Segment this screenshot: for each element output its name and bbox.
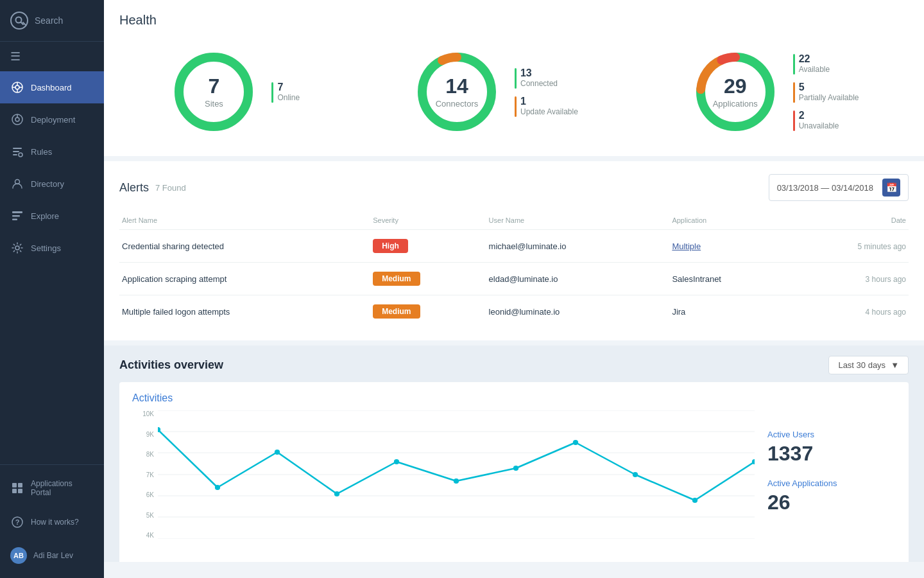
svg-rect-17 <box>12 215 20 217</box>
applications-label: Applications <box>713 99 758 109</box>
user-profile[interactable]: AB Adi Bar Lev <box>0 538 104 573</box>
legend-item: 2 Unavailable <box>793 109 859 131</box>
dashboard-icon <box>10 80 24 94</box>
table-row[interactable]: Application scraping attempt Medium elda… <box>119 263 909 295</box>
sidebar-item-how-it-works[interactable]: ? How it works? <box>0 506 104 538</box>
alerts-title-row: Alerts 7 Found <box>119 181 186 195</box>
y-axis-labels: 10K 9K 8K 7K 6K 5K 4K <box>132 410 158 539</box>
severity-badge[interactable]: High <box>373 239 408 253</box>
user-name-cell: michael@luminate.io <box>486 230 670 263</box>
sidebar-item-label: Applications Portal <box>31 479 94 497</box>
connectors-number: 14 <box>436 76 478 96</box>
legend-count: 7 <box>277 81 300 93</box>
alert-name-cell: Multiple failed logon attempts <box>119 295 370 328</box>
svg-rect-20 <box>12 483 17 487</box>
health-section: Health 7 Sites <box>104 0 924 156</box>
sidebar-item-rules[interactable]: Rules <box>0 136 104 168</box>
sidebar-item-directory[interactable]: Directory <box>0 168 104 200</box>
col-application: Application <box>669 211 790 230</box>
severity-cell[interactable]: Medium <box>370 263 486 295</box>
svg-point-48 <box>513 466 518 471</box>
activities-chart-title: Activities <box>132 392 896 404</box>
dropdown-label: Last 30 days <box>838 360 886 370</box>
svg-point-50 <box>633 472 638 477</box>
time-range-dropdown[interactable]: Last 30 days ▼ <box>828 356 909 374</box>
calendar-icon: 📅 <box>882 179 900 197</box>
sites-legend: 7 Online <box>271 81 300 103</box>
sites-card: 7 Sites 7 Online <box>169 47 300 137</box>
svg-rect-21 <box>18 483 22 487</box>
alerts-header: Alerts 7 Found 03/13/2018 — 03/14/2018 📅 <box>119 174 909 201</box>
date-cell: 5 minutes ago <box>790 230 909 263</box>
sidebar-item-label: Rules <box>31 147 52 157</box>
severity-badge[interactable]: Medium <box>373 304 420 319</box>
line-chart-svg <box>158 410 755 539</box>
active-applications-value: 26 <box>767 491 896 514</box>
legend-count: 1 <box>520 95 578 107</box>
table-row[interactable]: Credential sharing detected High michael… <box>119 230 909 263</box>
legend-item: 5 Partially Available <box>793 81 859 103</box>
legend-count: 5 <box>799 81 859 93</box>
applications-card: 29 Applications 22 Available <box>690 47 859 137</box>
alerts-title: Alerts <box>119 181 149 195</box>
severity-cell[interactable]: High <box>370 230 486 263</box>
search-label: Search <box>35 15 63 26</box>
svg-rect-22 <box>12 489 17 493</box>
svg-point-19 <box>15 246 19 250</box>
date-picker[interactable]: 03/13/2018 — 03/14/2018 📅 <box>769 174 909 201</box>
severity-badge[interactable]: Medium <box>373 272 420 286</box>
legend-bar-red <box>793 110 795 131</box>
connectors-card: 14 Connectors 13 Connected <box>412 47 578 137</box>
svg-point-51 <box>692 498 697 503</box>
avatar: AB <box>10 547 27 564</box>
svg-point-14 <box>19 153 22 157</box>
directory-icon <box>10 177 24 191</box>
svg-rect-13 <box>13 154 17 155</box>
legend-desc: Partially Available <box>799 93 859 102</box>
application-cell: Jira <box>669 295 790 328</box>
app-link[interactable]: Multiple <box>672 241 701 251</box>
svg-text:?: ? <box>15 518 20 526</box>
legend-bar-orange <box>793 82 795 103</box>
active-applications-label: Active Applications <box>767 478 896 488</box>
svg-point-43 <box>215 485 220 490</box>
date-range-text: 03/13/2018 — 03/14/2018 <box>777 183 873 193</box>
legend-bar-green <box>271 82 273 103</box>
sidebar-item-apps-portal[interactable]: Applications Portal <box>0 470 104 506</box>
chart-stats: Active Users 1337 Active Applications 26 <box>767 410 896 552</box>
sidebar-item-label: How it works? <box>31 518 79 527</box>
sidebar-bottom: Applications Portal ? How it works? AB A… <box>0 464 104 578</box>
sidebar-item-deployment[interactable]: Deployment <box>0 103 104 136</box>
col-severity: Severity <box>370 211 486 230</box>
application-cell[interactable]: Multiple <box>669 230 790 263</box>
svg-point-3 <box>15 85 19 89</box>
date-cell: 3 hours ago <box>790 263 909 295</box>
svg-rect-11 <box>13 148 22 149</box>
legend-bar-orange <box>515 96 517 117</box>
table-row[interactable]: Multiple failed logon attempts Medium le… <box>119 295 909 328</box>
alert-name-cell: Application scraping attempt <box>119 263 370 295</box>
col-alert-name: Alert Name <box>119 211 370 230</box>
legend-count: 2 <box>799 109 839 121</box>
svg-point-9 <box>15 118 19 121</box>
sidebar-item-explore[interactable]: Explore <box>0 200 104 232</box>
svg-point-47 <box>454 478 459 484</box>
deployment-icon <box>10 112 24 127</box>
severity-cell[interactable]: Medium <box>370 295 486 328</box>
legend-bar-green <box>515 68 517 89</box>
sidebar-item-label: Directory <box>31 179 64 189</box>
health-cards: 7 Sites 7 Online <box>119 40 909 143</box>
alerts-section: Alerts 7 Found 03/13/2018 — 03/14/2018 📅… <box>104 161 924 340</box>
health-title: Health <box>119 13 909 28</box>
search-icon <box>10 12 28 30</box>
alerts-count: 7 Found <box>155 183 186 193</box>
user-name-cell: leonid@luminate.io <box>486 295 670 328</box>
legend-desc: Online <box>277 93 300 102</box>
hamburger-icon[interactable]: ☰ <box>0 42 104 71</box>
active-users-label: Active Users <box>767 430 896 439</box>
sidebar-item-settings[interactable]: Settings <box>0 232 104 264</box>
search-button[interactable]: Search <box>0 0 104 42</box>
legend-count: 13 <box>520 67 558 79</box>
sidebar-item-dashboard[interactable]: Dashboard <box>0 71 104 103</box>
how-it-works-icon: ? <box>10 515 24 529</box>
